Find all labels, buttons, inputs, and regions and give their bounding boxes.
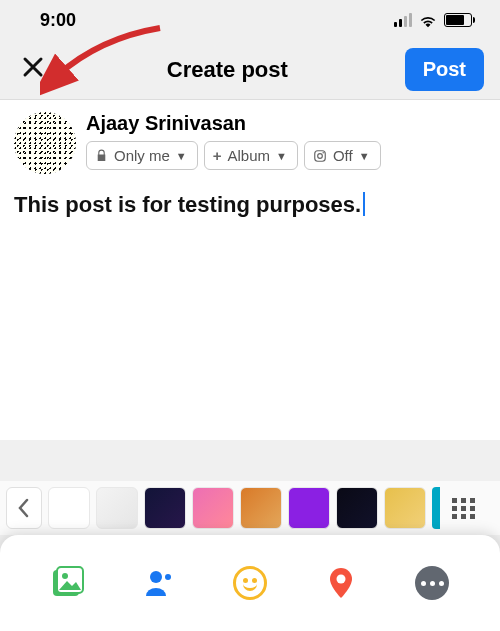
- page-title: Create post: [167, 57, 288, 83]
- album-selector[interactable]: + Album ▼: [204, 141, 298, 170]
- svg-point-7: [165, 574, 171, 580]
- background-swatch-partial[interactable]: [432, 487, 440, 529]
- background-swatch-light-texture[interactable]: [96, 487, 138, 529]
- editor-header: Create post Post: [0, 40, 500, 100]
- instagram-label: Off: [333, 147, 353, 164]
- avatar[interactable]: [14, 112, 76, 174]
- battery-icon: [444, 13, 472, 27]
- lock-icon: [95, 149, 108, 162]
- instagram-icon: [313, 149, 327, 163]
- album-label: Album: [228, 147, 271, 164]
- add-location-button[interactable]: [316, 558, 366, 608]
- status-indicators: [394, 13, 472, 28]
- bg-show-all-button[interactable]: [446, 487, 482, 529]
- background-swatch-purple-solid[interactable]: [288, 487, 330, 529]
- background-swatch-rocket-navy[interactable]: [144, 487, 186, 529]
- feeling-icon: [233, 566, 267, 600]
- author-row: Ajaay Srinivasan Only me ▼ + Album ▼ Off…: [0, 100, 500, 180]
- signal-icon: [394, 13, 412, 27]
- instagram-crosspost-selector[interactable]: Off ▼: [304, 141, 381, 170]
- svg-point-1: [318, 153, 323, 158]
- post-composer[interactable]: This post is for testing purposes.: [0, 180, 500, 440]
- composer-toolbar: [0, 535, 500, 631]
- background-swatch-orange-path[interactable]: [240, 487, 282, 529]
- close-icon[interactable]: [16, 50, 50, 89]
- more-icon: [415, 566, 449, 600]
- location-pin-icon: [324, 566, 358, 600]
- privacy-selector[interactable]: Only me ▼: [86, 141, 198, 170]
- post-button[interactable]: Post: [405, 48, 484, 91]
- caret-down-icon: ▼: [176, 150, 187, 162]
- background-picker: [0, 481, 500, 535]
- caret-down-icon: ▼: [359, 150, 370, 162]
- text-caret: [363, 192, 365, 216]
- plus-icon: +: [213, 147, 222, 164]
- svg-point-8: [337, 575, 346, 584]
- svg-point-2: [322, 152, 324, 154]
- bg-scroll-left-button[interactable]: [6, 487, 42, 529]
- photo-icon: [51, 566, 85, 600]
- composer-text: This post is for testing purposes.: [14, 192, 361, 217]
- wifi-icon: [418, 13, 438, 28]
- background-swatch-pink-wave[interactable]: [192, 487, 234, 529]
- svg-point-6: [150, 571, 162, 583]
- background-swatch-dark-lines[interactable]: [336, 487, 378, 529]
- background-swatch-blank[interactable]: [48, 487, 90, 529]
- add-photo-button[interactable]: [43, 558, 93, 608]
- caret-down-icon: ▼: [276, 150, 287, 162]
- more-options-button[interactable]: [407, 558, 457, 608]
- tag-people-button[interactable]: [134, 558, 184, 608]
- tag-person-icon: [142, 566, 176, 600]
- svg-point-5: [62, 573, 68, 579]
- status-time: 9:00: [40, 10, 76, 31]
- background-swatch-yellow-illustration[interactable]: [384, 487, 426, 529]
- add-feeling-button[interactable]: [225, 558, 275, 608]
- grid-icon: [452, 498, 476, 519]
- author-name: Ajaay Srinivasan: [86, 112, 486, 135]
- privacy-label: Only me: [114, 147, 170, 164]
- status-bar: 9:00: [0, 0, 500, 40]
